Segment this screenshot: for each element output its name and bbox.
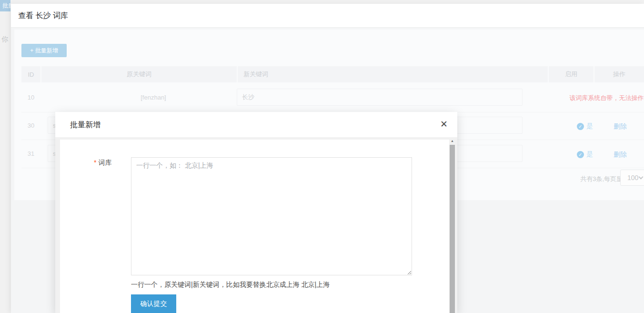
chevron-down-icon: [639, 175, 644, 180]
row-31-delete-link[interactable]: 删除: [589, 151, 644, 159]
confirm-submit-button[interactable]: 确认提交: [131, 294, 176, 313]
row-10-original-keyword: [fenzhan]: [56, 94, 251, 101]
page-size-value: 100: [627, 174, 638, 182]
row-30-delete-link[interactable]: 删除: [589, 122, 644, 131]
scrollbar-thumb[interactable]: [450, 145, 455, 313]
column-header-id: ID: [21, 66, 40, 82]
column-header-operation: 操作: [594, 66, 644, 82]
required-mark: *: [94, 159, 96, 166]
field-label-text: 词库: [98, 159, 111, 166]
modal-scrollbar[interactable]: ▲: [449, 137, 455, 313]
page-title: 查看 长沙 词库: [18, 4, 68, 28]
row-10-system-note: 该词库系统自带，无法操作: [560, 94, 644, 102]
page-size-select[interactable]: 100: [620, 170, 644, 186]
form-help-text: 一行一个，原关键词|新关键词，比如我要替换北京成上海 北京|上海: [131, 281, 330, 289]
column-header-original-keyword: 原关键词: [41, 66, 237, 82]
background-menu-chip[interactable]: 批量: [0, 0, 10, 11]
row-31-id: 31: [21, 150, 40, 157]
pagination-summary: 共有3条,每页显示: [567, 175, 629, 183]
column-header-enabled: 启用: [549, 66, 594, 82]
row-30-id: 30: [21, 122, 40, 129]
close-icon[interactable]: ✕: [440, 119, 448, 130]
row-10-new-keyword-input[interactable]: [237, 89, 523, 106]
batch-add-button[interactable]: + 批量新增: [21, 44, 67, 57]
column-header-new-keyword: 新关键词: [238, 66, 548, 82]
scrollbar-up-arrow-icon[interactable]: ▲: [449, 137, 455, 144]
modal-body: *词库 一行一个，原关键词|新关键词，比如我要替换北京成上海 北京|上海 确认提…: [55, 137, 457, 313]
modal-form-panel: *词库 一行一个，原关键词|新关键词，比如我要替换北京成上海 北京|上海 确认提…: [60, 140, 449, 313]
background-partial-text: 你: [1, 35, 8, 44]
batch-add-modal: 批量新增 ✕ *词库 一行一个，原关键词|新关键词，比如我要替换北京成上海 北京…: [55, 112, 457, 313]
drawer-header: 查看 长沙 词库: [11, 4, 644, 28]
check-circle-icon: ✓: [577, 151, 584, 158]
table-header-row: ID 原关键词 新关键词 启用 操作: [21, 66, 644, 82]
check-circle-icon: ✓: [577, 123, 584, 130]
thesaurus-field-label: *词库: [94, 159, 111, 167]
thesaurus-textarea[interactable]: [131, 157, 412, 275]
modal-header: 批量新增 ✕: [55, 112, 457, 137]
row-10-id: 10: [21, 94, 40, 101]
modal-title: 批量新增: [70, 112, 101, 137]
